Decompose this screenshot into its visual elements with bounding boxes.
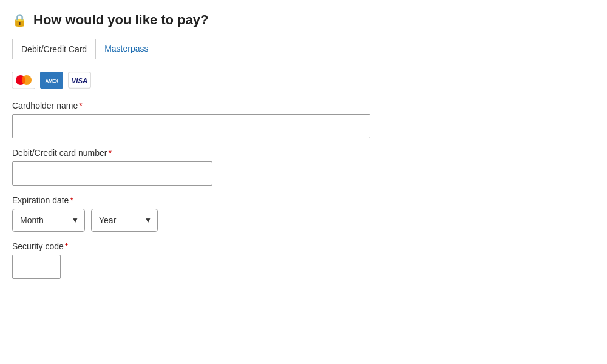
payment-tabs: Debit/Credit Card Masterpass (12, 39, 595, 59)
card-number-label: Debit/Credit card number* (12, 148, 595, 158)
security-code-group: Security code* (12, 241, 595, 279)
expiration-label: Expiration date* (12, 195, 595, 205)
year-wrapper: Year 2024 2025 2026 2027 2028 2029 2030 … (91, 209, 158, 232)
mastercard-icon (12, 72, 35, 89)
month-wrapper: Month January February March April May J… (12, 209, 85, 232)
expiration-row: Month January February March April May J… (12, 209, 595, 232)
security-label: Security code* (12, 241, 595, 251)
year-select[interactable]: Year 2024 2025 2026 2027 2028 2029 2030 … (91, 209, 158, 232)
visa-icon: VISA (68, 72, 91, 89)
tab-masterpass[interactable]: Masterpass (96, 39, 157, 59)
expiration-required: * (70, 195, 73, 205)
expiration-date-group: Expiration date* Month January February … (12, 195, 595, 232)
svg-text:AMEX: AMEX (45, 78, 58, 84)
lock-icon: 🔒 (12, 13, 27, 27)
card-number-group: Debit/Credit card number* (12, 148, 595, 186)
card-number-input[interactable] (12, 161, 212, 186)
security-required: * (65, 241, 68, 251)
card-icons: AMEX VISA (12, 72, 595, 89)
page-title: How would you like to pay? (33, 12, 208, 28)
amex-icon: AMEX (40, 72, 63, 89)
cardholder-required: * (79, 101, 82, 110)
security-code-input[interactable] (12, 255, 61, 279)
month-select[interactable]: Month January February March April May J… (12, 209, 85, 232)
cardholder-label: Cardholder name* (12, 101, 595, 110)
page-header: 🔒 How would you like to pay? (12, 12, 595, 28)
tab-debit-credit[interactable]: Debit/Credit Card (12, 39, 96, 59)
cardholder-input[interactable] (12, 114, 370, 138)
svg-text:VISA: VISA (72, 77, 88, 84)
card-number-required: * (108, 148, 111, 158)
cardholder-name-group: Cardholder name* (12, 101, 595, 138)
